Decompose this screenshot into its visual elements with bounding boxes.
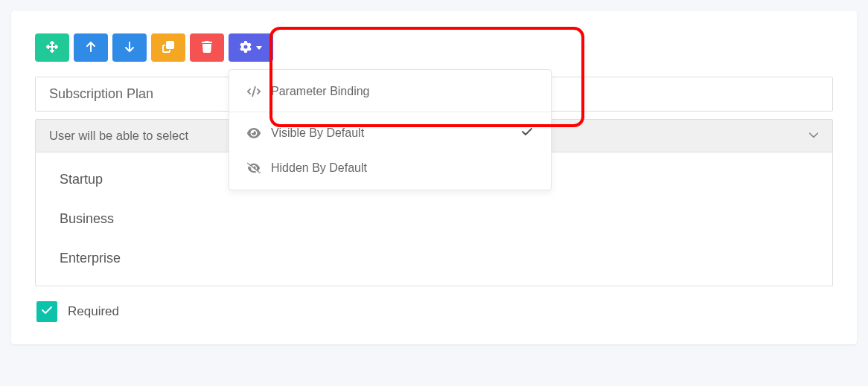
arrow-down-icon — [124, 41, 135, 55]
dropdown-divider — [229, 112, 551, 112]
dropdown-item-label: Visible By Default — [271, 126, 364, 140]
chevron-down-icon — [808, 129, 819, 143]
eye-slash-icon — [247, 161, 261, 175]
list-item[interactable]: Enterprise — [36, 239, 832, 278]
copy-icon — [162, 41, 174, 55]
move-icon — [46, 41, 58, 55]
check-icon — [521, 126, 533, 141]
option-label: Startup — [60, 172, 103, 187]
delete-button[interactable] — [190, 33, 224, 62]
arrow-up-icon — [85, 41, 97, 55]
move-up-button[interactable] — [74, 33, 108, 62]
eye-icon — [247, 126, 261, 140]
dropdown-item-parameter-binding[interactable]: Parameter Binding — [229, 74, 551, 109]
settings-dropdown: Parameter Binding Visible By Default — [229, 69, 552, 190]
required-label: Required — [68, 304, 119, 319]
option-label: Business — [60, 211, 114, 226]
move-down-button[interactable] — [112, 33, 147, 62]
option-label: Enterprise — [60, 251, 121, 266]
settings-dropdown-wrap: Parameter Binding Visible By Default — [229, 33, 273, 62]
field-toolbar: Parameter Binding Visible By Default — [35, 33, 833, 62]
dropdown-item-label: Parameter Binding — [271, 85, 370, 98]
move-button[interactable] — [35, 33, 69, 62]
form-field-card: Parameter Binding Visible By Default — [11, 11, 857, 344]
required-checkbox[interactable] — [36, 301, 57, 322]
behavior-select-label: User will be able to select — [49, 129, 188, 143]
gear-icon — [240, 41, 252, 55]
copy-button[interactable] — [151, 33, 185, 62]
dropdown-item-label: Hidden By Default — [271, 161, 367, 175]
code-icon — [247, 85, 261, 98]
caret-down-icon — [256, 46, 262, 50]
settings-button[interactable] — [229, 33, 273, 62]
trash-icon — [201, 41, 213, 55]
dropdown-item-hidden-default[interactable]: Hidden By Default — [229, 151, 551, 185]
required-row: Required — [35, 301, 833, 322]
dropdown-item-visible-default[interactable]: Visible By Default — [229, 115, 551, 151]
list-item[interactable]: Business — [36, 199, 832, 239]
field-title-text: Subscription Plan — [49, 86, 153, 101]
check-icon — [41, 304, 53, 319]
